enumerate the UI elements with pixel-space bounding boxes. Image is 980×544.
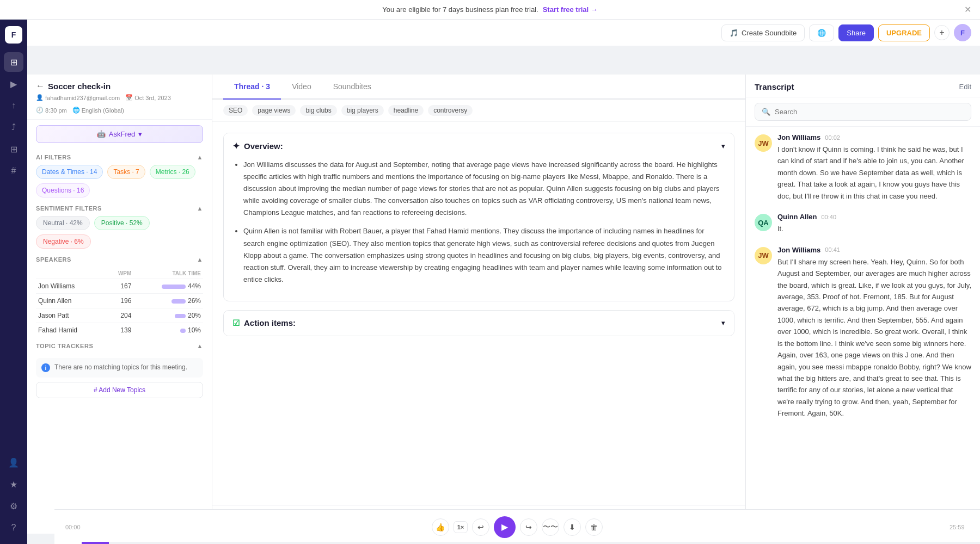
sidebar-meetings[interactable]: ▶ [4, 74, 23, 94]
left-panel: ← Soccer check-in 👤 fahadhamid237@gmail.… [27, 75, 212, 534]
meeting-title: Soccer check-in [48, 82, 111, 91]
chip-controversy[interactable]: controversy [428, 105, 473, 116]
transcript-message-2: QA Quinn Allen 00:40 It. [755, 213, 971, 234]
sidebar-star[interactable]: ★ [4, 474, 23, 494]
speaker-name: Quinn Allen [36, 294, 106, 308]
user-avatar[interactable]: F [954, 24, 971, 41]
search-icon: 🔍 [762, 108, 770, 116]
speaker-fahad[interactable]: Fahad Hamid 139 10% [36, 323, 203, 338]
sidebar-settings[interactable]: ⚙ [4, 496, 23, 516]
sentiment-filters-header[interactable]: SENTIMENT FILTERS ▲ [36, 200, 203, 216]
msg-content-1: Jon Williams 00:02 I don't know if Quinn… [777, 133, 971, 202]
skip-back-button[interactable]: ↩ [472, 518, 489, 536]
play-button[interactable]: ▶ [494, 516, 516, 538]
delete-button[interactable]: 🗑 [585, 518, 603, 536]
msg-time-1: 00:02 [825, 134, 840, 141]
middle-panel: Thread · 3 Video Soundbites SEO page vie… [212, 75, 746, 534]
filter-positive[interactable]: Positive · 52% [94, 216, 150, 230]
tab-soundbites[interactable]: Soundbites [322, 75, 382, 100]
filter-questions[interactable]: Questions · 16 [36, 183, 90, 197]
sidebar-share[interactable]: ⤴ [4, 118, 23, 137]
ai-sparkle-icon: ✦ [232, 141, 240, 151]
audio-progress[interactable] [82, 542, 980, 544]
avatar-jon-2: JW [755, 247, 772, 264]
globe-icon: 🌐 [817, 29, 826, 37]
filter-dates-times[interactable]: Dates & Times · 14 [36, 165, 103, 179]
share-button[interactable]: Share [838, 24, 874, 41]
speaker-wpm: 196 [106, 294, 134, 308]
speaker-name: Fahad Hamid [36, 323, 106, 338]
speakers-header[interactable]: SPEAKERS ▲ [36, 251, 203, 267]
audio-progress-fill [82, 542, 109, 544]
skip-forward-button[interactable]: ↪ [520, 518, 537, 536]
topic-trackers-header[interactable]: TOPIC TRACKERS ▲ [36, 337, 203, 354]
msg-name-1: Jon Williams [777, 133, 820, 141]
sidebar-people[interactable]: 👤 [4, 453, 23, 472]
ask-fred-button[interactable]: 🤖 AskFred ▾ [36, 125, 203, 143]
create-soundbite-button[interactable]: 🎵 Create Soundbite [721, 24, 805, 41]
soundbite-icon: 🎵 [730, 29, 738, 37]
speaker-jon[interactable]: Jon Williams 167 44% [36, 279, 203, 294]
thumb-up-button[interactable]: 👍 [432, 518, 449, 536]
back-button[interactable]: ← [36, 81, 45, 91]
robot-icon: 🤖 [97, 130, 106, 138]
current-time: 00:00 [65, 524, 85, 530]
speaker-jason[interactable]: Jason Patt 204 20% [36, 308, 203, 323]
upgrade-button[interactable]: UPGRADE [878, 24, 930, 41]
speaker-talk-time: 26% [133, 294, 203, 308]
translate-button[interactable]: 🌐 [809, 24, 834, 41]
overview-header[interactable]: ✦ Overview: ▾ [224, 133, 734, 159]
tab-video[interactable]: Video [281, 75, 322, 100]
transcript-title: Transcript [755, 82, 794, 91]
waveform-button[interactable]: 〜〜 [542, 518, 559, 536]
ai-filters-header[interactable]: AI FILTERS ▲ [36, 149, 203, 165]
add-topics-button[interactable]: # Add New Topics [36, 382, 203, 398]
start-trial-link[interactable]: Start free trial → [543, 5, 598, 14]
msg-text-3: But I'll share my screen here. Yeah. Hey… [777, 256, 971, 419]
chip-headline[interactable]: headline [388, 105, 424, 116]
avatar-quinn-1: QA [755, 214, 772, 231]
filters-section: AI FILTERS ▲ Dates & Times · 14 Tasks · … [27, 149, 212, 534]
filter-tasks[interactable]: Tasks · 7 [107, 165, 145, 179]
collapse-icon-4: ▲ [197, 343, 203, 349]
col-name [36, 269, 106, 279]
chip-big-clubs[interactable]: big clubs [300, 105, 336, 116]
sidebar-home[interactable]: ⊞ [4, 52, 23, 72]
col-talk-time: TALK TIME [133, 269, 203, 279]
edit-button[interactable]: Edit [959, 83, 971, 91]
action-items-title: Action items: [244, 318, 296, 327]
msg-text-2: It. [777, 223, 836, 234]
filter-neutral[interactable]: Neutral · 42% [36, 216, 90, 230]
chip-seo[interactable]: SEO [223, 105, 248, 116]
download-button[interactable]: ⬇ [564, 518, 581, 536]
overview-bullet-1: Jon Williams discusses the data for Augu… [243, 159, 725, 219]
close-banner-btn[interactable]: ✕ [964, 4, 971, 15]
col-wpm: WPM [106, 269, 134, 279]
sidebar-help[interactable]: ? [4, 518, 23, 537]
avatar-jon-1: JW [755, 134, 772, 152]
msg-content-3: Jon Williams 00:41 But I'll share my scr… [777, 246, 971, 419]
chip-page-views[interactable]: page views [252, 105, 296, 116]
msg-name-2: Quinn Allen [777, 213, 817, 221]
chip-big-players[interactable]: big players [341, 105, 384, 116]
filter-negative[interactable]: Negative · 6% [36, 234, 91, 249]
overview-bullet-2: Quinn Allen is not familiar with Robert … [243, 225, 725, 285]
action-items-header[interactable]: ☑ Action items: ▾ [224, 311, 734, 336]
msg-name-3: Jon Williams [777, 246, 820, 254]
speaker-quinn[interactable]: Quinn Allen 196 26% [36, 294, 203, 308]
sidebar-analytics[interactable]: ↑ [4, 96, 23, 115]
audio-bar: 00:00 👍 1× ↩ ▶ ↪ 〜〜 ⬇ 🗑 25:59 [54, 509, 980, 544]
add-button[interactable]: + [934, 25, 950, 40]
speaker-talk-time: 20% [133, 308, 203, 323]
meeting-language: 🌐 English (Global) [72, 107, 124, 114]
speaker-wpm: 204 [106, 308, 134, 323]
globe-small-icon: 🌐 [72, 107, 80, 114]
tab-thread[interactable]: Thread · 3 [223, 75, 281, 100]
sidebar-hashtag[interactable]: # [4, 161, 23, 181]
sidebar-grid[interactable]: ⊞ [4, 139, 23, 159]
filter-metrics[interactable]: Metrics · 26 [150, 165, 195, 179]
speed-button[interactable]: 1× [454, 521, 468, 533]
main-topbar: 🎵 Create Soundbite 🌐 Share UPGRADE + F [27, 20, 980, 46]
chevron-down-icon-2: ▾ [721, 319, 725, 327]
transcript-search-input[interactable] [775, 108, 964, 116]
